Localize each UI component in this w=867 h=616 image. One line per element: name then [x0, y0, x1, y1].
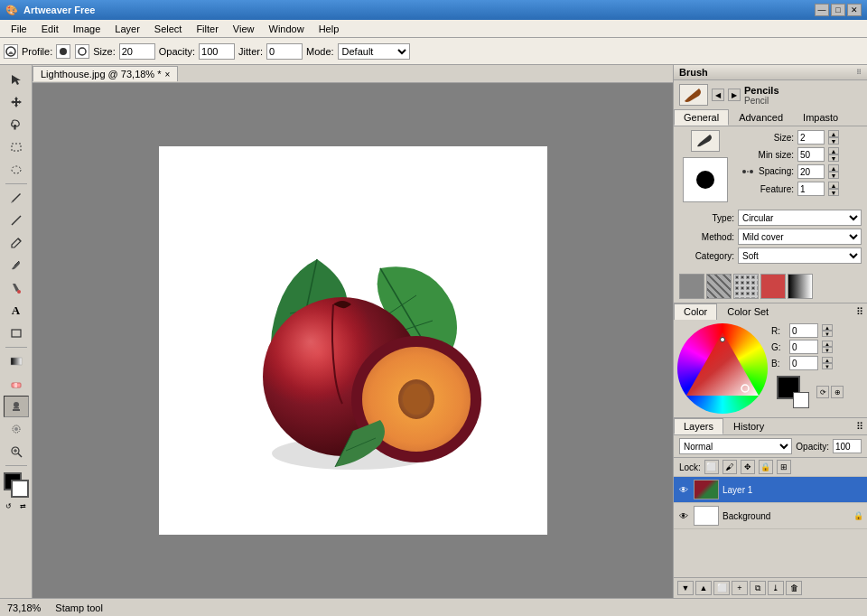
pattern-3[interactable]: [733, 274, 759, 299]
b-input[interactable]: [789, 356, 818, 370]
size-down-btn[interactable]: ▼: [828, 137, 839, 145]
category-select[interactable]: Soft Hard Medium: [738, 247, 862, 264]
blend-mode-select[interactable]: Normal Multiply Screen: [679, 438, 792, 454]
menu-file[interactable]: File: [4, 22, 34, 36]
lock-move-btn[interactable]: ✥: [741, 460, 755, 474]
tool-shape[interactable]: [4, 322, 29, 344]
menu-edit[interactable]: Edit: [34, 22, 66, 36]
size-input[interactable]: [119, 43, 155, 60]
menu-view[interactable]: View: [226, 22, 262, 36]
tool-blur[interactable]: [4, 418, 29, 440]
profile-circle-btn[interactable]: [56, 44, 70, 59]
tool-pen[interactable]: [4, 187, 29, 209]
swatch-icon-1[interactable]: ⟳: [816, 386, 829, 398]
tool-zoom[interactable]: [4, 441, 29, 462]
tool-brush[interactable]: [4, 255, 29, 276]
g-input[interactable]: [789, 340, 818, 354]
layers-tab-layers[interactable]: Layers: [674, 418, 723, 434]
tool-ellipse-select[interactable]: [4, 159, 29, 181]
layer-new-btn[interactable]: +: [732, 581, 748, 595]
r-down[interactable]: ▼: [822, 331, 833, 337]
b-up[interactable]: ▲: [822, 357, 833, 363]
g-up[interactable]: ▲: [822, 341, 833, 347]
lock-all-btn[interactable]: 🔒: [759, 460, 773, 474]
layer1-visibility[interactable]: 👁: [677, 483, 690, 496]
brush-minsize-input[interactable]: [797, 147, 825, 162]
tool-rect-select[interactable]: [4, 136, 29, 158]
lock-transparency-btn[interactable]: ⬜: [704, 460, 719, 474]
tool-eraser[interactable]: [4, 373, 29, 395]
r-input[interactable]: [789, 323, 818, 338]
pattern-4[interactable]: [760, 274, 786, 299]
layer-new-group-btn[interactable]: ⬜: [713, 581, 730, 595]
tool-move[interactable]: [4, 91, 29, 113]
b-down[interactable]: ▼: [822, 363, 833, 369]
layer-item-background[interactable]: 👁 Background 🔒: [674, 503, 867, 529]
spacing-down-btn[interactable]: ▼: [828, 172, 839, 179]
swatch-icon-2[interactable]: ⊕: [831, 386, 844, 398]
menu-select[interactable]: Select: [147, 22, 190, 36]
spacing-up-btn[interactable]: ▲: [828, 164, 839, 172]
canvas-tab-item[interactable]: Lighthouse.jpg @ 73,18% * ×: [33, 66, 178, 81]
maximize-button[interactable]: □: [831, 4, 845, 16]
menu-layer[interactable]: Layer: [107, 22, 147, 36]
background-color[interactable]: [11, 480, 29, 498]
tool-gradient[interactable]: [4, 350, 29, 372]
tool-lasso[interactable]: [4, 114, 29, 135]
color-swap-btn[interactable]: ⇄: [17, 500, 30, 511]
minsize-up-btn[interactable]: ▲: [828, 147, 839, 154]
menu-help[interactable]: Help: [312, 22, 347, 36]
brush-prev-btn[interactable]: ◀: [712, 89, 724, 101]
color-fg-bg[interactable]: [4, 472, 29, 498]
menu-image[interactable]: Image: [66, 22, 108, 36]
background-visibility[interactable]: 👁: [677, 509, 690, 522]
tool-line[interactable]: [4, 210, 29, 231]
brush-color-preview[interactable]: [691, 130, 720, 152]
lock-paint-btn[interactable]: 🖌: [722, 460, 737, 474]
color-tab-colorset[interactable]: Color Set: [717, 303, 778, 320]
opacity-input[interactable]: [199, 43, 235, 60]
color-reset-btn[interactable]: ↺: [3, 500, 15, 511]
menu-window[interactable]: Window: [262, 22, 312, 36]
color-wheel-container[interactable]: [677, 323, 768, 414]
pattern-1[interactable]: [679, 274, 704, 299]
profile-ring-btn[interactable]: [75, 44, 89, 59]
pattern-2[interactable]: [706, 274, 732, 299]
tool-text[interactable]: A: [4, 300, 29, 322]
r-up[interactable]: ▲: [822, 324, 833, 331]
brush-tab-general[interactable]: General: [674, 109, 729, 126]
canvas-tab-close[interactable]: ×: [164, 70, 170, 79]
swatch-group[interactable]: [777, 376, 809, 408]
color-tab-color[interactable]: Color: [674, 303, 717, 320]
layer-merge-btn[interactable]: ⤓: [768, 581, 784, 595]
menu-filter[interactable]: Filter: [189, 22, 225, 36]
size-up-btn[interactable]: ▲: [828, 130, 839, 137]
feature-up-btn[interactable]: ▲: [828, 182, 839, 189]
tool-stamp[interactable]: [4, 396, 29, 417]
bg-swatch[interactable]: [793, 392, 809, 408]
close-button[interactable]: ✕: [847, 4, 862, 16]
tool-fill[interactable]: [4, 277, 29, 299]
layer-move-down-btn[interactable]: ▼: [677, 581, 694, 595]
pattern-5[interactable]: [788, 274, 813, 299]
opacity-input[interactable]: [833, 439, 862, 453]
brush-next-btn[interactable]: ▶: [728, 89, 741, 101]
tool-pencil[interactable]: [4, 232, 29, 254]
minimize-button[interactable]: —: [815, 4, 829, 16]
jitter-input[interactable]: [266, 43, 303, 60]
brush-spacing-input[interactable]: [797, 164, 825, 179]
type-select[interactable]: Circular Flat Round: [738, 210, 862, 226]
layer-move-up-btn[interactable]: ▲: [695, 581, 712, 595]
lock-extra-btn[interactable]: ⊞: [777, 460, 791, 474]
brush-tab-advanced[interactable]: Advanced: [729, 109, 793, 126]
layers-tab-history[interactable]: History: [723, 418, 774, 434]
feature-down-btn[interactable]: ▼: [828, 189, 839, 196]
layer-delete-btn[interactable]: 🗑: [786, 581, 802, 595]
canvas-viewport[interactable]: [33, 83, 673, 598]
layer-item-layer1[interactable]: 👁 Layer 1: [674, 477, 867, 503]
tool-arrow[interactable]: [4, 69, 29, 90]
method-select[interactable]: Mild cover Full cover Erase: [738, 229, 862, 245]
brush-feature-input[interactable]: [797, 182, 825, 196]
brush-size-input[interactable]: [797, 130, 825, 145]
g-down[interactable]: ▼: [822, 347, 833, 353]
